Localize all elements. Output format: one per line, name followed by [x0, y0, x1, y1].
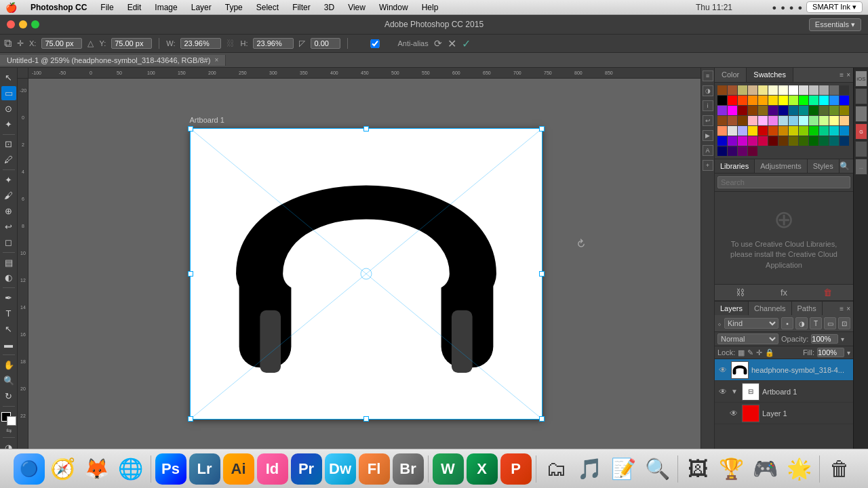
dock-gallery[interactable]: 🏆 [716, 453, 747, 485]
dock-chrome[interactable]: 🌐 [115, 453, 146, 485]
swatch[interactable] [758, 116, 768, 125]
menu-photoshop[interactable]: Photoshop CC [28, 3, 90, 12]
swatch[interactable] [717, 85, 727, 95]
swatch[interactable] [738, 96, 747, 105]
dock-finder[interactable]: 🔵 [14, 453, 45, 485]
layers-icon[interactable]: ≡ [703, 70, 713, 81]
tab-close[interactable]: × [214, 56, 218, 64]
menu-type[interactable]: Type [222, 3, 245, 12]
swatch[interactable] [819, 96, 829, 105]
lock-transparent-icon[interactable]: ▦ [738, 348, 745, 357]
tab-swatches[interactable]: Swatches [747, 68, 793, 82]
swatch[interactable] [728, 146, 737, 156]
close-button[interactable] [7, 20, 15, 28]
filter-pixel-icon[interactable]: ▪ [781, 317, 793, 329]
layers-panel-menu[interactable]: ≡ [840, 305, 844, 312]
swatch[interactable] [789, 106, 798, 115]
swatch[interactable] [799, 96, 808, 105]
swatch[interactable] [799, 136, 808, 146]
swatch[interactable] [768, 126, 778, 136]
swatch[interactable] [728, 85, 737, 95]
fill-input[interactable] [817, 348, 844, 357]
antialias-checkbox[interactable] [355, 39, 395, 48]
swatch[interactable] [768, 136, 778, 146]
dock-photos[interactable]: 🖼 [682, 453, 713, 485]
link-icon[interactable]: ⛓ [226, 39, 235, 48]
swatch[interactable] [758, 126, 768, 136]
dock-powerpoint[interactable]: P [500, 453, 532, 485]
artboard-expand-icon[interactable]: ▼ [731, 388, 738, 395]
y-input[interactable] [111, 38, 152, 49]
zoom-tool[interactable]: 🔍 [1, 373, 16, 388]
swatch[interactable] [738, 116, 747, 125]
tab-color[interactable]: Color [715, 68, 747, 82]
cancel-transform-icon[interactable]: ✕ [448, 37, 456, 50]
swatch[interactable] [738, 106, 747, 115]
foreground-background-colors[interactable] [1, 412, 16, 426]
smart-ink-button[interactable]: SMART Ink ▾ [806, 1, 863, 13]
filter-shape-icon[interactable]: ▭ [824, 317, 836, 329]
transform-icon[interactable]: ⧉ [4, 37, 12, 49]
dock-flash[interactable]: Fl [359, 453, 390, 485]
swatch[interactable] [809, 106, 818, 115]
swatch[interactable] [748, 85, 757, 95]
dock-photoshop[interactable]: Ps [155, 453, 186, 485]
layer-item-headphone[interactable]: 👁 headphone-symbol_318-4... [715, 359, 853, 381]
essentials-button[interactable]: Essentials ▾ [809, 18, 861, 31]
swatch[interactable] [840, 106, 849, 115]
fill-arrow-icon[interactable]: ▾ [847, 349, 850, 357]
magic-wand-tool[interactable]: ✦ [1, 117, 16, 131]
thumb-item-2[interactable] [855, 88, 867, 104]
lib-delete-icon[interactable]: 🗑 [823, 287, 832, 298]
thumb-item-6[interactable]: ... [855, 159, 867, 175]
swatch[interactable] [768, 85, 778, 95]
swatch[interactable] [799, 126, 808, 136]
selection-tool[interactable]: ▭ [1, 86, 16, 100]
swatch[interactable] [840, 126, 849, 136]
dock-app1[interactable]: 🎮 [750, 453, 781, 485]
swatch[interactable] [758, 136, 768, 146]
swatch[interactable] [840, 136, 849, 146]
swatch[interactable] [768, 106, 778, 115]
swatch[interactable] [758, 96, 768, 105]
swatch[interactable] [809, 96, 818, 105]
swatch[interactable] [819, 85, 829, 95]
swatch[interactable] [829, 85, 839, 95]
dock-bridge[interactable]: Br [393, 453, 424, 485]
x-input[interactable] [41, 38, 82, 49]
swatch[interactable] [799, 116, 808, 125]
swatch[interactable] [809, 116, 818, 125]
swatch[interactable] [738, 126, 747, 136]
layer-item-artboard[interactable]: 👁 ▼ ⊟ Artboard 1 [715, 381, 853, 403]
swatch[interactable] [717, 106, 727, 115]
path-select-tool[interactable]: ↖ [1, 322, 16, 336]
opacity-input[interactable] [811, 334, 838, 344]
swatch[interactable] [717, 126, 727, 136]
layer-visibility-headphone[interactable]: 👁 [717, 365, 728, 375]
type-tool[interactable]: T [1, 306, 16, 321]
angle-input[interactable] [311, 38, 340, 49]
swatch[interactable] [748, 116, 757, 125]
swatch[interactable] [778, 106, 788, 115]
swatch[interactable] [778, 116, 788, 125]
tab-layers[interactable]: Layers [715, 302, 749, 315]
swatches-menu-icon[interactable]: ≡ [840, 71, 844, 79]
swatch[interactable] [738, 85, 747, 95]
swatch[interactable] [829, 136, 839, 146]
menu-window[interactable]: Window [376, 3, 411, 12]
swatch[interactable] [819, 116, 829, 125]
artboard[interactable]: Artboard 1 [190, 128, 542, 420]
crop-tool[interactable]: ⊡ [1, 138, 16, 152]
swatch[interactable] [748, 106, 757, 115]
h-input[interactable] [253, 38, 294, 49]
swatch[interactable] [748, 96, 757, 105]
more-icon[interactable]: + [703, 160, 713, 171]
swatch[interactable] [748, 136, 757, 146]
clone-tool[interactable]: ⊕ [1, 204, 16, 218]
menu-view[interactable]: View [345, 3, 368, 12]
menu-filter[interactable]: Filter [290, 3, 313, 12]
swatch[interactable] [758, 106, 768, 115]
libraries-search-input[interactable] [717, 176, 850, 188]
thumb-item-1[interactable]: iOS [855, 70, 867, 87]
filter-smart-icon[interactable]: ⊡ [838, 317, 850, 329]
